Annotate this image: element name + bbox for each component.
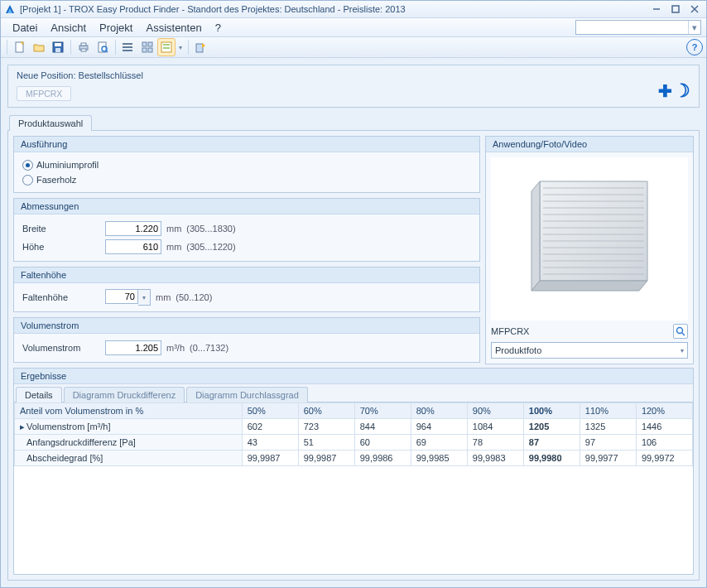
svg-rect-29 <box>163 47 170 49</box>
chevron-down-icon: ▾ <box>681 347 684 354</box>
table-header-first: Anteil vom Volumenstrom in % <box>15 403 243 419</box>
table-cell: 106 <box>636 435 692 451</box>
menu-file[interactable]: Datei <box>6 20 44 36</box>
svg-rect-24 <box>148 42 152 46</box>
fold-input[interactable] <box>105 289 138 304</box>
app-window: [Projekt 1] - TROX Easy Product Finder -… <box>0 0 707 588</box>
table-header-pct: 120% <box>636 403 692 419</box>
tool-export[interactable] <box>192 38 210 56</box>
table-cell: 69 <box>411 435 467 451</box>
zoom-button[interactable] <box>673 324 688 339</box>
group-execution: Ausführung Aluminiumprofil Faserholz <box>13 136 480 193</box>
svg-point-21 <box>123 46 124 48</box>
table-cell: 1446 <box>636 419 692 435</box>
table-cell: 602 <box>242 419 298 435</box>
tool-new[interactable] <box>11 38 29 56</box>
table-cell: 723 <box>298 419 354 435</box>
tab-productselection[interactable]: Produktauswahl <box>9 115 92 131</box>
flow-input[interactable] <box>105 340 161 355</box>
titlebar: [Projekt 1] - TROX Easy Product Finder -… <box>1 1 706 18</box>
preview-media-select[interactable]: Produktfoto ▾ <box>491 342 688 359</box>
product-photo-icon <box>523 173 656 306</box>
height-input[interactable] <box>105 239 161 254</box>
radio-dot-icon <box>22 160 33 171</box>
fold-label: Faltenhöhe <box>22 292 105 302</box>
group-flow: Volumenstrom Volumenstrom m³/h (0...7132… <box>13 317 480 363</box>
close-button[interactable] <box>686 2 703 16</box>
svg-rect-12 <box>81 43 86 46</box>
height-label: Höhe <box>22 242 105 252</box>
tab-body: Ausführung Aluminiumprofil Faserholz <box>7 131 700 581</box>
search-combo-dropdown-icon[interactable]: ▾ <box>688 21 700 34</box>
product-photo <box>491 157 688 321</box>
tool-list[interactable] <box>119 38 137 56</box>
table-header-pct: 110% <box>580 403 636 419</box>
flow-unit: m³/h <box>166 343 185 353</box>
menubar: Datei Ansicht Projekt Assistenten ? ▾ <box>1 18 706 37</box>
next-position-button[interactable]: ☽ <box>674 80 690 102</box>
svg-marker-33 <box>531 281 647 291</box>
help-icon[interactable]: ? <box>686 39 703 55</box>
tool-grid[interactable] <box>138 38 156 56</box>
width-label: Breite <box>22 224 105 234</box>
menu-assistants[interactable]: Assistenten <box>139 20 208 36</box>
table-cell: 99,9987 <box>242 451 298 466</box>
minimize-button[interactable] <box>648 2 665 16</box>
table-header-pct: 50% <box>242 403 298 419</box>
width-input[interactable] <box>105 221 161 236</box>
table-cell: 87 <box>523 435 580 451</box>
radio-faserholz[interactable]: Faserholz <box>22 172 471 187</box>
table-cell: 1205 <box>523 419 580 435</box>
results-table: Anteil vom Volumenstrom in % 50% 60% 70%… <box>14 402 693 466</box>
tool-save[interactable] <box>49 38 67 56</box>
subtab-diagram-dp[interactable]: Diagramm Druckdifferenz <box>64 387 185 402</box>
tool-open[interactable] <box>30 38 48 56</box>
table-cell: 99,9985 <box>411 451 467 466</box>
svg-point-20 <box>123 43 124 45</box>
search-combo[interactable]: ▾ <box>575 20 701 35</box>
tool-print[interactable] <box>75 38 93 56</box>
menu-project[interactable]: Projekt <box>93 20 139 36</box>
table-cell: 78 <box>467 435 523 451</box>
position-panel: Neue Position: Bestellschlüssel MFPCRX ✚… <box>7 65 700 108</box>
table-header-pct: 80% <box>411 403 467 419</box>
svg-point-22 <box>123 50 124 51</box>
group-dimensions: Abmessungen Breite mm (305...1830) Höhe <box>13 198 480 262</box>
radio-aluminium[interactable]: Aluminiumprofil <box>22 157 471 172</box>
results-title: Ergebnisse <box>14 369 693 384</box>
maximize-button[interactable] <box>667 2 684 16</box>
table-header-pct: 100% <box>523 403 580 419</box>
tool-preview[interactable] <box>94 38 112 56</box>
app-logo-icon <box>4 3 16 15</box>
preview-media-value: Produktfoto <box>495 345 541 355</box>
position-code-chip: MFPCRX <box>17 86 71 101</box>
results-panel: Ergebnisse Details Diagramm Druckdiffere… <box>13 368 694 575</box>
svg-rect-23 <box>142 42 147 46</box>
radio-dot-icon <box>22 175 33 186</box>
svg-rect-10 <box>55 48 60 52</box>
table-cell: 844 <box>354 419 411 435</box>
height-unit: mm <box>166 242 181 252</box>
content-area: Neue Position: Bestellschlüssel MFPCRX ✚… <box>1 58 706 587</box>
table-cell: 51 <box>298 435 354 451</box>
preview-panel: Anwendung/Foto/Video <box>485 136 694 364</box>
add-position-button[interactable]: ✚ <box>658 81 672 101</box>
table-cell: 97 <box>580 435 636 451</box>
row-label: ▸Volumenstrom [m³/h] <box>15 419 243 435</box>
row-label: Anfangsdruckdifferenz [Pa] <box>15 435 243 451</box>
menu-help[interactable]: ? <box>209 20 228 36</box>
tool-form[interactable] <box>157 38 176 56</box>
tool-form-dropdown-icon[interactable]: ▾ <box>176 44 185 51</box>
radio-faserholz-label: Faserholz <box>36 175 76 185</box>
radio-aluminium-label: Aluminiumprofil <box>36 160 99 170</box>
subtab-diagram-dg[interactable]: Diagramm Durchlassgrad <box>186 387 308 402</box>
table-cell: 1325 <box>580 419 636 435</box>
flow-label: Volumenstrom <box>22 343 105 353</box>
group-dimensions-title: Abmessungen <box>14 199 479 214</box>
results-tabstrip: Details Diagramm Druckdifferenz Diagramm… <box>14 384 693 402</box>
fold-dropdown-icon[interactable]: ▾ <box>138 289 151 306</box>
svg-rect-9 <box>55 43 61 46</box>
subtab-details[interactable]: Details <box>16 387 62 402</box>
menu-view[interactable]: Ansicht <box>44 20 93 36</box>
svg-point-48 <box>677 328 683 334</box>
